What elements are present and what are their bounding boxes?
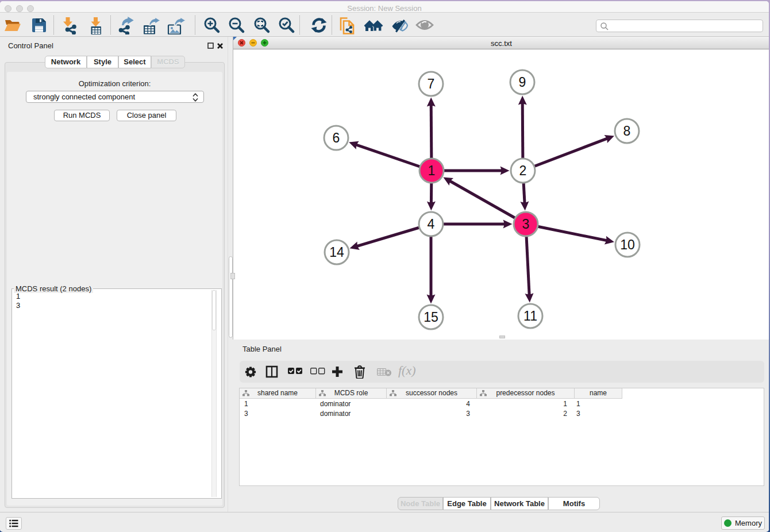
- svg-text:8: 8: [623, 124, 631, 138]
- svg-text:10: 10: [620, 237, 635, 252]
- svg-text:6: 6: [333, 130, 340, 145]
- svg-text:2: 2: [519, 163, 527, 178]
- svg-text:3: 3: [522, 217, 530, 232]
- svg-text:9: 9: [519, 75, 526, 90]
- svg-text:4: 4: [428, 217, 435, 232]
- svg-text:7: 7: [428, 76, 435, 91]
- svg-text:1: 1: [428, 163, 436, 178]
- svg-text:14: 14: [329, 245, 344, 260]
- svg-text:15: 15: [424, 310, 438, 325]
- svg-text:11: 11: [523, 309, 537, 323]
